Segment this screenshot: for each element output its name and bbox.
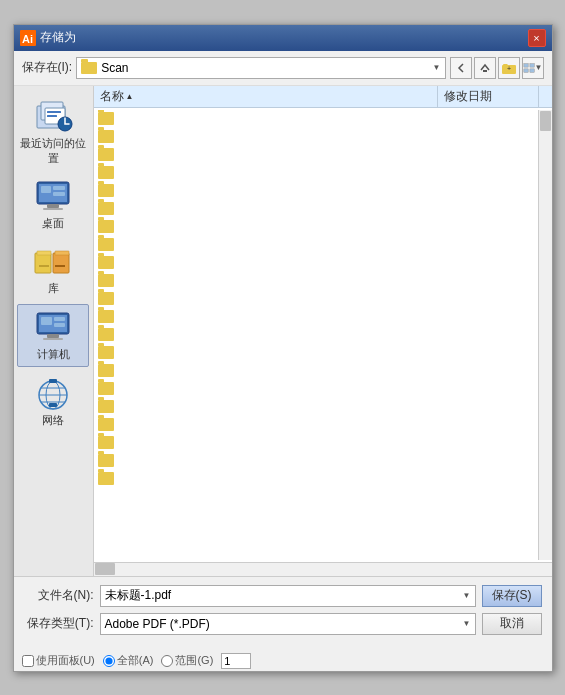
svg-rect-17 bbox=[43, 208, 63, 210]
path-dropdown-container: Scan ▼ bbox=[76, 57, 445, 79]
save-button[interactable]: 保存(S) bbox=[482, 585, 542, 607]
recent-icon bbox=[33, 98, 73, 134]
sort-arrow-icon: ▲ bbox=[126, 92, 134, 101]
folder-row bbox=[94, 326, 538, 344]
library-label: 库 bbox=[48, 281, 59, 296]
folder-row bbox=[94, 146, 538, 164]
up-icon bbox=[479, 62, 491, 74]
folder-icon-row bbox=[98, 292, 114, 305]
cancel-button[interactable]: 取消 bbox=[482, 613, 542, 635]
use-panel-checkbox[interactable] bbox=[22, 655, 34, 667]
all-radio-label: 全部(A) bbox=[117, 653, 154, 668]
svg-rect-39 bbox=[49, 379, 57, 383]
folder-icon-row bbox=[98, 346, 114, 359]
h-scrollbar-thumb[interactable] bbox=[95, 563, 115, 575]
svg-rect-11 bbox=[47, 111, 61, 113]
filename-value: 未标题-1.pdf bbox=[105, 587, 172, 604]
path-dropdown-text: Scan bbox=[81, 61, 128, 75]
sidebar-item-network[interactable]: 网络 bbox=[17, 371, 89, 432]
computer-icon bbox=[33, 309, 73, 345]
sidebar-item-library[interactable]: 库 bbox=[17, 239, 89, 300]
folder-icon-row bbox=[98, 130, 114, 143]
back-button[interactable] bbox=[450, 57, 472, 79]
svg-rect-25 bbox=[39, 265, 49, 267]
range-radio-label: 范围(G) bbox=[175, 653, 213, 668]
folder-icon-row bbox=[98, 220, 114, 233]
use-panel-checkbox-container: 使用面板(U) bbox=[22, 653, 95, 668]
new-folder-icon: + bbox=[502, 62, 516, 74]
vertical-scrollbar[interactable] bbox=[538, 110, 552, 560]
svg-rect-18 bbox=[41, 186, 51, 193]
col-name-header[interactable]: 名称 ▲ bbox=[94, 86, 438, 107]
dialog-title: 存储为 bbox=[40, 29, 76, 46]
col-date-header[interactable]: 修改日期 bbox=[438, 86, 538, 107]
sidebar-item-recent[interactable]: 最近访问的位置 bbox=[17, 94, 89, 170]
svg-rect-5 bbox=[529, 63, 533, 66]
scrollbar-header-spacer bbox=[538, 86, 552, 107]
svg-text:+: + bbox=[506, 65, 510, 72]
svg-rect-24 bbox=[55, 251, 69, 255]
new-folder-button[interactable]: + bbox=[498, 57, 520, 79]
folder-row bbox=[94, 380, 538, 398]
folder-icon-row bbox=[98, 382, 114, 395]
range-radio[interactable] bbox=[161, 655, 173, 667]
view-arrow-icon: ▼ bbox=[535, 63, 543, 72]
main-area: 最近访问的位置 桌面 bbox=[14, 86, 552, 576]
scrollbar-thumb[interactable] bbox=[540, 111, 551, 131]
bottom-section: 文件名(N): 未标题-1.pdf ▼ 保存(S) 保存类型(T): Adobe… bbox=[14, 576, 552, 649]
folder-icon-row bbox=[98, 166, 114, 179]
filename-input[interactable]: 未标题-1.pdf ▼ bbox=[100, 585, 476, 607]
desktop-icon bbox=[33, 178, 73, 214]
folder-icon-row bbox=[98, 364, 114, 377]
folder-row bbox=[94, 452, 538, 470]
svg-rect-21 bbox=[35, 253, 51, 273]
svg-rect-2 bbox=[483, 70, 487, 72]
network-icon bbox=[33, 375, 73, 411]
filetype-input[interactable]: Adobe PDF (*.PDF) ▼ bbox=[100, 613, 476, 635]
close-button[interactable]: × bbox=[528, 29, 546, 47]
footer-options: 使用面板(U) 全部(A) 范围(G) bbox=[14, 649, 552, 671]
filetype-row: 保存类型(T): Adobe PDF (*.PDF) ▼ 取消 bbox=[24, 613, 542, 635]
save-dialog: Ai 存储为 × 保存在(I): Scan ▼ bbox=[13, 24, 553, 672]
app-icon: Ai bbox=[20, 30, 36, 46]
folder-row bbox=[94, 236, 538, 254]
folder-icon-row bbox=[98, 184, 114, 197]
folder-icon-row bbox=[98, 418, 114, 431]
filetype-dropdown-arrow-icon: ▼ bbox=[463, 619, 471, 628]
up-button[interactable] bbox=[474, 57, 496, 79]
file-content-area: 名称 ▲ 修改日期 bbox=[94, 86, 552, 576]
save-in-label: 保存在(I): bbox=[22, 59, 73, 76]
folder-row bbox=[94, 290, 538, 308]
range-radio-container: 范围(G) bbox=[161, 653, 213, 668]
col-name-label: 名称 bbox=[100, 88, 124, 105]
svg-rect-6 bbox=[523, 68, 527, 71]
view-icon bbox=[523, 62, 535, 74]
toolbar: 保存在(I): Scan ▼ bbox=[14, 51, 552, 86]
folder-icon-row bbox=[98, 436, 114, 449]
path-dropdown[interactable]: Scan ▼ bbox=[76, 57, 445, 79]
folder-icon bbox=[81, 62, 97, 74]
sidebar-item-computer[interactable]: 计算机 bbox=[17, 304, 89, 367]
library-icon bbox=[33, 243, 73, 279]
all-radio[interactable] bbox=[103, 655, 115, 667]
range-input[interactable] bbox=[221, 653, 251, 669]
folder-icon-row bbox=[98, 202, 114, 215]
svg-rect-40 bbox=[49, 403, 57, 407]
svg-rect-32 bbox=[54, 317, 65, 321]
horizontal-scrollbar[interactable] bbox=[94, 562, 552, 576]
folder-icon-row bbox=[98, 256, 114, 269]
toolbar-buttons: + ▼ bbox=[450, 57, 544, 79]
file-list[interactable] bbox=[94, 108, 552, 562]
svg-rect-19 bbox=[53, 186, 65, 190]
svg-rect-30 bbox=[43, 338, 63, 340]
folder-row bbox=[94, 182, 538, 200]
folder-icon-row bbox=[98, 148, 114, 161]
sidebar-item-desktop[interactable]: 桌面 bbox=[17, 174, 89, 235]
filename-row: 文件名(N): 未标题-1.pdf ▼ 保存(S) bbox=[24, 585, 542, 607]
folder-row bbox=[94, 416, 538, 434]
folder-row bbox=[94, 254, 538, 272]
filetype-value: Adobe PDF (*.PDF) bbox=[105, 617, 210, 631]
view-button[interactable]: ▼ bbox=[522, 57, 544, 79]
folder-row bbox=[94, 272, 538, 290]
title-bar: Ai 存储为 × bbox=[14, 25, 552, 51]
